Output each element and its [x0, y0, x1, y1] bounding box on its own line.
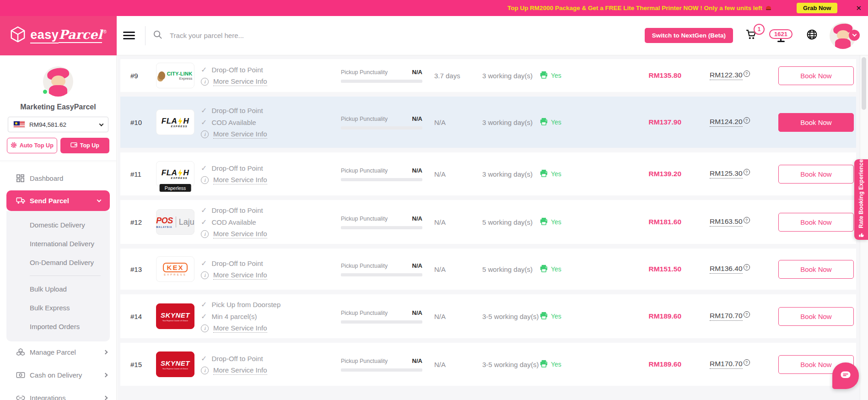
courier-row: #15SKYNETYour Express Courier of Choice✓… — [120, 343, 856, 386]
account-menu[interactable] — [830, 22, 856, 49]
courier-row: #13KEXEXPRESS✓Drop-Off to PointiMore Ser… — [120, 249, 856, 290]
sidebar: Marketing EasyParcel RM94,581.62 Auto To… — [0, 55, 117, 400]
banner-close-icon[interactable]: ✕ — [856, 4, 862, 12]
sidebar-item-dashboard[interactable]: Dashboard — [0, 168, 116, 189]
search-input[interactable] — [170, 32, 362, 39]
printer-value: Yes — [551, 119, 561, 126]
more-service-info-link[interactable]: More Service Info — [213, 130, 267, 139]
feature-label: COD Available — [211, 119, 256, 126]
siren-icon — [766, 6, 771, 10]
printer-icon — [539, 70, 548, 81]
sidebar-item-bulk-express[interactable]: Bulk Express — [6, 298, 110, 317]
menu-toggle-icon[interactable] — [123, 31, 137, 41]
punctuality-value: N/A — [412, 215, 422, 222]
courier-row: #12POSMALAYSIALaju✓Drop-Off to Point✓COD… — [120, 200, 856, 244]
courier-logo: CITY-LINKExpress — [156, 63, 194, 88]
more-service-info: iMore Service Info — [201, 366, 334, 375]
estimated-working-days: 3-5 working day(s) — [482, 361, 539, 368]
average-delivery-days: N/A — [434, 170, 482, 178]
banknote-icon — [16, 372, 30, 378]
estimated-working-days: 3 working day(s) — [482, 170, 539, 178]
more-service-info-link[interactable]: More Service Info — [213, 324, 267, 333]
courier-logo-box: POSMALAYSIALaju — [156, 209, 194, 235]
member-price[interactable]: RM124.20? — [710, 118, 774, 127]
punctuality-progress-bar — [341, 273, 422, 276]
question-icon: ? — [744, 264, 750, 270]
chat-icon — [839, 368, 852, 383]
service-feature: ✓COD Available — [201, 218, 334, 227]
sidebar-item-domestic-delivery[interactable]: Domestic Delivery — [6, 216, 110, 234]
easyparcel-logo[interactable]: easyParcel® — [0, 16, 117, 55]
balance-value: RM94,581.62 — [29, 121, 66, 128]
more-service-info-link[interactable]: More Service Info — [213, 77, 267, 86]
row-rank: #15 — [130, 361, 156, 368]
check-icon: ✓ — [201, 65, 207, 74]
credit-counter[interactable]: 1621 — [769, 29, 793, 42]
book-now-button[interactable]: Book Now — [778, 307, 854, 326]
switch-nextgen-button[interactable]: Switch to NextGen (Beta) — [645, 28, 733, 43]
grab-now-button[interactable]: Grab Now — [797, 3, 837, 13]
punctuality-label: Pickup Punctuality — [341, 116, 388, 122]
pickup-punctuality: Pickup PunctualityN/A — [341, 357, 422, 372]
courier-row: #11FLAHEXPRESSPaperless✓Drop-Off to Poin… — [120, 152, 856, 195]
feature-label: Drop-Off to Point — [211, 259, 263, 267]
more-service-info-link[interactable]: More Service Info — [213, 271, 267, 280]
sidebar-item-international-delivery[interactable]: International Delivery — [6, 234, 110, 253]
more-service-info-link[interactable]: More Service Info — [213, 366, 267, 375]
book-now-button[interactable]: Book Now — [778, 66, 854, 85]
member-price[interactable]: RM136.40? — [710, 265, 774, 274]
book-now-button[interactable]: Book Now — [778, 165, 854, 184]
balance-dropdown[interactable]: RM94,581.62 — [8, 117, 108, 132]
language-button[interactable] — [806, 29, 818, 42]
check-icon: ✓ — [201, 259, 207, 268]
thumbs-up-icon — [858, 232, 864, 240]
book-now-button[interactable]: Book Now — [778, 213, 854, 232]
member-price-value: RM170.70 — [710, 312, 743, 321]
book-now-button[interactable]: Book Now — [778, 260, 854, 279]
member-price[interactable]: RM170.70? — [710, 312, 774, 321]
row-rank: #11 — [130, 170, 156, 178]
punctuality-label: Pickup Punctuality — [341, 358, 388, 364]
sidebar-item-imported-orders[interactable]: Imported Orders — [6, 317, 110, 336]
sidebar-item-send-parcel[interactable]: Send Parcel — [6, 190, 110, 211]
chevron-down-icon — [97, 198, 102, 202]
book-now-button[interactable]: Book Now — [778, 113, 854, 132]
member-price[interactable]: RM170.70? — [710, 360, 774, 369]
punctuality-value: N/A — [412, 357, 422, 364]
more-service-info: iMore Service Info — [201, 271, 334, 280]
rate-booking-tab[interactable]: Rate Booking Experience — [854, 159, 868, 240]
printer-value: Yes — [551, 72, 561, 79]
service-feature: ✓Drop-Off to Point — [201, 354, 334, 363]
courier-row: #14SKYNETYour Express Courier of Choice✓… — [120, 294, 856, 338]
sidebar-item-manage-parcel[interactable]: Manage Parcel — [0, 341, 116, 362]
service-features: ✓Pick Up from Doorstep✓Min 4 parcel(s)iM… — [201, 300, 334, 333]
search-icon — [153, 30, 162, 41]
service-features: ✓Drop-Off to PointiMore Service Info — [201, 65, 334, 86]
member-price[interactable]: RM125.30? — [710, 169, 774, 178]
chat-widget-button[interactable] — [832, 362, 859, 389]
pickup-punctuality: Pickup PunctualityN/A — [341, 309, 422, 324]
printer-value: Yes — [551, 218, 561, 226]
scrollbar-thumb[interactable] — [862, 57, 866, 110]
more-service-info-link[interactable]: More Service Info — [213, 230, 267, 238]
chevron-right-icon — [103, 350, 108, 354]
auto-top-up-button[interactable]: Auto Top Up — [7, 138, 57, 153]
more-service-info-link[interactable]: More Service Info — [213, 176, 267, 184]
courier-row: #10FLAHEXPRESS✓Drop-Off to Point✓COD Ava… — [120, 97, 856, 148]
member-price[interactable]: RM163.50? — [710, 217, 774, 227]
more-service-info: iMore Service Info — [201, 324, 334, 333]
cart-button[interactable]: 1 — [746, 29, 757, 42]
pickup-punctuality: Pickup PunctualityN/A — [341, 215, 422, 229]
printer-icon — [539, 311, 548, 321]
awb-printer-support: Yes — [539, 359, 590, 369]
promo-banner: Top Up RM2000 Package & Get a FREE Lite … — [0, 0, 868, 16]
sidebar-item-cash-on-delivery[interactable]: Cash on Delivery — [0, 364, 116, 385]
wallet-icon — [70, 142, 77, 149]
sidebar-item-bulk-upload[interactable]: Bulk Upload — [6, 280, 110, 298]
member-price[interactable]: RM122.30? — [710, 71, 774, 80]
sidebar-item-integrations[interactable]: Integrations — [0, 387, 116, 400]
service-feature: ✓Drop-Off to Point — [201, 259, 334, 268]
sidebar-item-on-demand-delivery[interactable]: On-Demand Delivery — [6, 253, 110, 272]
info-icon: i — [201, 230, 209, 238]
top-up-button[interactable]: Top Up — [60, 138, 110, 153]
